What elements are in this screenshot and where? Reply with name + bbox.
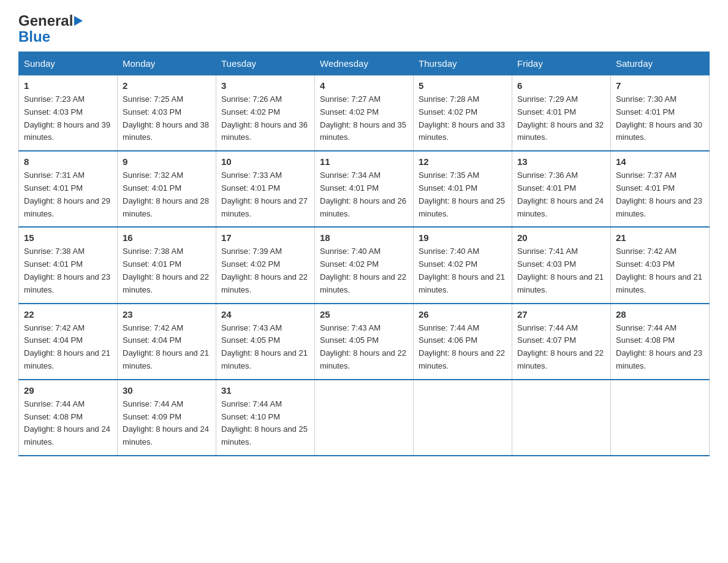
sunrise-label: Sunrise: 7:30 AM — [616, 94, 677, 104]
day-info: Sunrise: 7:44 AM Sunset: 4:06 PM Dayligh… — [419, 322, 507, 373]
weekday-header: Thursday — [414, 52, 512, 75]
calendar-cell: 13 Sunrise: 7:36 AM Sunset: 4:01 PM Dayl… — [512, 151, 611, 227]
sunset-label: Sunset: 4:09 PM — [123, 412, 181, 421]
calendar-cell: 14 Sunrise: 7:37 AM Sunset: 4:01 PM Dayl… — [611, 151, 710, 227]
day-info: Sunrise: 7:30 AM Sunset: 4:01 PM Dayligh… — [616, 93, 704, 144]
sunset-label: Sunset: 4:05 PM — [320, 335, 379, 345]
calendar-cell: 31 Sunrise: 7:44 AM Sunset: 4:10 PM Dayl… — [216, 380, 315, 456]
day-info: Sunrise: 7:27 AM Sunset: 4:02 PM Dayligh… — [320, 93, 408, 144]
sunset-label: Sunset: 4:01 PM — [24, 183, 83, 193]
sunrise-label: Sunrise: 7:29 AM — [517, 94, 578, 104]
sunset-label: Sunset: 4:01 PM — [616, 107, 675, 117]
day-number: 2 — [123, 80, 211, 91]
calendar-cell: 9 Sunrise: 7:32 AM Sunset: 4:01 PM Dayli… — [118, 151, 216, 227]
day-number: 10 — [221, 156, 309, 167]
sunset-label: Sunset: 4:06 PM — [419, 335, 477, 345]
sunset-label: Sunset: 4:02 PM — [320, 107, 379, 117]
daylight-label: Daylight: 8 hours and 22 minutes. — [320, 272, 406, 294]
day-info: Sunrise: 7:43 AM Sunset: 4:05 PM Dayligh… — [320, 322, 408, 373]
daylight-label: Daylight: 8 hours and 21 minutes. — [517, 272, 604, 294]
calendar-cell — [315, 380, 414, 456]
daylight-label: Daylight: 8 hours and 25 minutes. — [419, 196, 505, 218]
calendar-cell: 6 Sunrise: 7:29 AM Sunset: 4:01 PM Dayli… — [512, 75, 611, 151]
calendar-cell — [512, 380, 611, 456]
sunset-label: Sunset: 4:02 PM — [419, 107, 477, 117]
daylight-label: Daylight: 8 hours and 23 minutes. — [24, 272, 110, 294]
day-number: 30 — [123, 385, 211, 396]
day-number: 5 — [419, 80, 507, 91]
day-number: 29 — [24, 385, 112, 396]
day-info: Sunrise: 7:42 AM Sunset: 4:04 PM Dayligh… — [24, 322, 112, 373]
sunrise-label: Sunrise: 7:44 AM — [221, 399, 282, 408]
daylight-label: Daylight: 8 hours and 21 minutes. — [221, 348, 308, 370]
sunset-label: Sunset: 4:01 PM — [320, 183, 379, 193]
daylight-label: Daylight: 8 hours and 38 minutes. — [123, 120, 209, 142]
sunrise-label: Sunrise: 7:27 AM — [320, 94, 381, 104]
day-number: 27 — [517, 309, 605, 320]
sunset-label: Sunset: 4:10 PM — [221, 412, 280, 421]
weekday-header: Tuesday — [216, 52, 315, 75]
sunrise-label: Sunrise: 7:42 AM — [24, 323, 85, 332]
daylight-label: Daylight: 8 hours and 21 minutes. — [616, 272, 702, 294]
day-info: Sunrise: 7:36 AM Sunset: 4:01 PM Dayligh… — [517, 169, 605, 220]
sunrise-label: Sunrise: 7:37 AM — [616, 170, 677, 180]
day-number: 8 — [24, 156, 112, 167]
calendar-cell: 11 Sunrise: 7:34 AM Sunset: 4:01 PM Dayl… — [315, 151, 414, 227]
day-info: Sunrise: 7:42 AM Sunset: 4:03 PM Dayligh… — [616, 245, 704, 296]
daylight-label: Daylight: 8 hours and 21 minutes. — [123, 348, 209, 370]
day-info: Sunrise: 7:39 AM Sunset: 4:02 PM Dayligh… — [221, 245, 309, 296]
sunset-label: Sunset: 4:02 PM — [419, 259, 477, 269]
day-info: Sunrise: 7:44 AM Sunset: 4:08 PM Dayligh… — [616, 322, 704, 373]
sunrise-label: Sunrise: 7:40 AM — [419, 247, 479, 256]
day-info: Sunrise: 7:34 AM Sunset: 4:01 PM Dayligh… — [320, 169, 408, 220]
day-info: Sunrise: 7:38 AM Sunset: 4:01 PM Dayligh… — [123, 245, 211, 296]
daylight-label: Daylight: 8 hours and 39 minutes. — [24, 120, 110, 142]
day-info: Sunrise: 7:33 AM Sunset: 4:01 PM Dayligh… — [221, 169, 309, 220]
calendar-cell: 24 Sunrise: 7:43 AM Sunset: 4:05 PM Dayl… — [216, 304, 315, 380]
sunrise-label: Sunrise: 7:41 AM — [517, 247, 578, 256]
day-info: Sunrise: 7:29 AM Sunset: 4:01 PM Dayligh… — [517, 93, 605, 144]
sunrise-label: Sunrise: 7:26 AM — [221, 94, 282, 104]
day-number: 9 — [123, 156, 211, 167]
day-number: 25 — [320, 309, 408, 320]
day-info: Sunrise: 7:44 AM Sunset: 4:09 PM Dayligh… — [123, 398, 211, 449]
sunrise-label: Sunrise: 7:23 AM — [24, 94, 85, 104]
logo-blue-text: Blue — [18, 28, 50, 45]
sunrise-label: Sunrise: 7:34 AM — [320, 170, 381, 180]
calendar-cell: 30 Sunrise: 7:44 AM Sunset: 4:09 PM Dayl… — [118, 380, 216, 456]
logo: General Blue — [18, 12, 83, 45]
weekday-header: Saturday — [611, 52, 710, 75]
day-info: Sunrise: 7:23 AM Sunset: 4:03 PM Dayligh… — [24, 93, 112, 144]
sunset-label: Sunset: 4:01 PM — [221, 183, 280, 193]
calendar-cell — [414, 380, 512, 456]
header: General Blue — [18, 12, 710, 45]
day-info: Sunrise: 7:41 AM Sunset: 4:03 PM Dayligh… — [517, 245, 605, 296]
day-number: 7 — [616, 80, 704, 91]
daylight-label: Daylight: 8 hours and 36 minutes. — [221, 120, 308, 142]
daylight-label: Daylight: 8 hours and 32 minutes. — [517, 120, 604, 142]
sunrise-label: Sunrise: 7:40 AM — [320, 247, 381, 256]
calendar-cell: 17 Sunrise: 7:39 AM Sunset: 4:02 PM Dayl… — [216, 227, 315, 303]
calendar-cell: 3 Sunrise: 7:26 AM Sunset: 4:02 PM Dayli… — [216, 75, 315, 151]
sunrise-label: Sunrise: 7:35 AM — [419, 170, 479, 180]
daylight-label: Daylight: 8 hours and 22 minutes. — [419, 348, 505, 370]
daylight-label: Daylight: 8 hours and 23 minutes. — [616, 196, 702, 218]
daylight-label: Daylight: 8 hours and 24 minutes. — [517, 196, 604, 218]
calendar-cell: 8 Sunrise: 7:31 AM Sunset: 4:01 PM Dayli… — [19, 151, 118, 227]
calendar-cell: 10 Sunrise: 7:33 AM Sunset: 4:01 PM Dayl… — [216, 151, 315, 227]
daylight-label: Daylight: 8 hours and 24 minutes. — [123, 424, 209, 446]
calendar-week-row: 1 Sunrise: 7:23 AM Sunset: 4:03 PM Dayli… — [19, 75, 710, 151]
daylight-label: Daylight: 8 hours and 22 minutes. — [221, 272, 308, 294]
daylight-label: Daylight: 8 hours and 25 minutes. — [221, 424, 308, 446]
day-number: 20 — [517, 232, 605, 243]
calendar-cell: 1 Sunrise: 7:23 AM Sunset: 4:03 PM Dayli… — [19, 75, 118, 151]
day-number: 3 — [221, 80, 309, 91]
calendar-cell: 4 Sunrise: 7:27 AM Sunset: 4:02 PM Dayli… — [315, 75, 414, 151]
calendar-cell: 18 Sunrise: 7:40 AM Sunset: 4:02 PM Dayl… — [315, 227, 414, 303]
sunrise-label: Sunrise: 7:31 AM — [24, 170, 85, 180]
daylight-label: Daylight: 8 hours and 33 minutes. — [419, 120, 505, 142]
day-number: 12 — [419, 156, 507, 167]
sunset-label: Sunset: 4:03 PM — [517, 259, 576, 269]
sunset-label: Sunset: 4:05 PM — [221, 335, 280, 345]
calendar-cell: 7 Sunrise: 7:30 AM Sunset: 4:01 PM Dayli… — [611, 75, 710, 151]
